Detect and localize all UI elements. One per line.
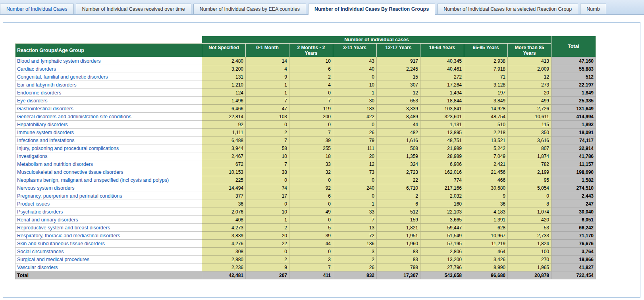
case-count-cell: 240 (333, 184, 377, 192)
case-count-cell: 1,951 (377, 232, 420, 240)
case-count-cell: 8,990 (464, 263, 508, 271)
reaction-group-label[interactable]: Congenital, familial and genetic disorde… (15, 73, 202, 81)
reaction-group-label[interactable]: Surgical and medical procedures (15, 256, 202, 263)
reaction-group-label[interactable]: Product issues (15, 200, 202, 208)
reaction-group-label[interactable]: Vascular disorders (15, 263, 202, 271)
case-count-cell: 464 (464, 248, 508, 256)
case-count-cell: 225 (202, 176, 246, 184)
case-count-cell: 6 (289, 65, 333, 73)
column-total-cell: 96,680 (464, 271, 508, 279)
case-count-cell: 10 (246, 152, 289, 160)
case-count-cell: 3,839 (202, 232, 246, 240)
reaction-group-label[interactable]: Eye disorders (15, 97, 202, 105)
case-count-cell: 350 (508, 129, 551, 137)
reaction-group-label[interactable]: Blood and lymphatic system disorders (15, 57, 202, 65)
row-total-cell: 1,892 (551, 121, 596, 129)
row-total-cell: 274,510 (551, 184, 596, 192)
case-count-cell: 0 (246, 200, 289, 208)
reaction-group-row: General disorders and administration sit… (15, 113, 596, 121)
reaction-group-label[interactable]: Gastrointestinal disorders (15, 105, 202, 113)
case-count-cell: 14,928 (464, 105, 508, 113)
case-count-cell: 12 (377, 89, 420, 97)
case-count-cell: 1,496 (202, 97, 246, 105)
case-count-cell: 1,874 (508, 152, 551, 160)
case-count-cell: 2,218 (464, 129, 508, 137)
row-dimension-header: Reaction Groups\Age Group (15, 44, 202, 57)
case-count-cell: 0 (508, 192, 551, 200)
case-count-cell: 1 (246, 81, 289, 89)
case-count-cell: 0 (246, 248, 289, 256)
case-count-cell: 30 (333, 97, 377, 105)
case-count-cell: 10,611 (508, 113, 551, 121)
case-count-cell: 3,665 (420, 216, 464, 224)
case-count-cell: 7 (246, 137, 289, 144)
case-count-cell: 14,494 (202, 184, 246, 192)
reaction-group-label[interactable]: Ear and labyrinth disorders (15, 81, 202, 89)
reaction-group-label[interactable]: General disorders and administration sit… (15, 113, 202, 121)
case-count-cell: 6,466 (202, 105, 246, 113)
case-count-cell: 48,751 (420, 137, 464, 144)
dashboard-tab-6[interactable]: Numb (580, 4, 606, 14)
reaction-group-label[interactable]: Musculoskeletal and connective tissue di… (15, 168, 202, 176)
case-count-cell: 0 (333, 121, 377, 129)
case-count-cell: 917 (377, 57, 420, 65)
case-count-cell: 40,461 (420, 65, 464, 73)
reaction-group-label[interactable]: Metabolism and nutrition disorders (15, 160, 202, 168)
age-column-header: 0-1 Month (246, 44, 289, 57)
case-count-cell: 672 (202, 160, 246, 168)
reaction-group-label[interactable]: Renal and urinary disorders (15, 216, 202, 224)
reaction-group-label[interactable]: Infections and infestations (15, 137, 202, 144)
case-count-cell: 21,456 (464, 168, 508, 176)
row-total-cell: 131,649 (551, 105, 596, 113)
reaction-group-label[interactable]: Pregnancy, puerperium and perinatal cond… (15, 192, 202, 200)
reaction-group-label[interactable]: Reproductive system and breast disorders (15, 224, 202, 232)
case-count-cell: 103 (246, 113, 289, 121)
case-count-cell: 83 (377, 248, 420, 256)
case-count-cell: 466 (464, 176, 508, 184)
reaction-group-label[interactable]: Social circumstances (15, 248, 202, 256)
case-count-cell: 4,183 (464, 208, 508, 216)
case-count-cell: 9 (246, 263, 289, 271)
dashboard-tab-bar: Number of Individual CasesNumber of Indi… (0, 0, 644, 15)
row-total-cell: 66,242 (551, 224, 596, 232)
row-total-cell: 47,160 (551, 57, 596, 65)
reaction-group-label[interactable]: Respiratory, thoracic and mediastinal di… (15, 232, 202, 240)
case-count-cell: 13,200 (420, 256, 464, 263)
reaction-group-label[interactable]: Psychiatric disorders (15, 208, 202, 216)
reaction-group-label[interactable]: Endocrine disorders (15, 89, 202, 97)
reaction-group-row: Cardiac disorders3,20046402,24540,4617,9… (15, 65, 596, 73)
dashboard-tab-2[interactable]: Number of Individual Cases received over… (76, 4, 191, 14)
reaction-group-label[interactable]: Skin and subcutaneous tissue disorders (15, 240, 202, 248)
reaction-group-label[interactable]: Nervous system disorders (15, 184, 202, 192)
case-count-cell: 4 (246, 65, 289, 73)
reaction-group-row: Nervous system disorders14,49474922406,7… (15, 184, 596, 192)
reaction-group-label[interactable]: Hepatobiliary disorders (15, 121, 202, 129)
dashboard-tab-1[interactable]: Number of Individual Cases (0, 4, 74, 14)
age-column-header: 65-85 Years (464, 44, 508, 57)
reaction-group-label[interactable]: Cardiac disorders (15, 65, 202, 73)
row-total-cell: 41,786 (551, 152, 596, 160)
dashboard-tab-4[interactable]: Number of Individual Cases By Reaction G… (308, 4, 435, 15)
case-count-cell: 12 (508, 73, 551, 81)
reaction-group-row: Hepatobiliary disorders92000441,13151011… (15, 121, 596, 129)
row-total-cell: 32,914 (551, 144, 596, 152)
case-count-cell: 12 (333, 160, 377, 168)
case-count-cell: 1 (246, 216, 289, 224)
row-total-cell: 3,764 (551, 248, 596, 256)
case-count-cell: 1 (246, 89, 289, 97)
case-count-cell: 44 (377, 121, 420, 129)
row-total-cell: 19,866 (551, 256, 596, 263)
reaction-group-label[interactable]: Injury, poisoning and procedural complic… (15, 144, 202, 152)
dashboard-tab-3[interactable]: Number of Individual Cases by EEA countr… (193, 4, 306, 14)
age-column-header: More than 85 Years (508, 44, 551, 57)
case-count-cell: 10 (289, 57, 333, 65)
reaction-group-label[interactable]: Neoplasms benign, malignant and unspecif… (15, 176, 202, 184)
reaction-group-row: Pregnancy, puerperium and perinatal cond… (15, 192, 596, 200)
case-count-cell: 4,276 (202, 240, 246, 248)
dashboard-tab-5[interactable]: Number of Individual Cases for a selecte… (437, 4, 578, 14)
case-count-cell: 5,054 (508, 184, 551, 192)
case-count-cell: 2 (333, 256, 377, 263)
reaction-group-label[interactable]: Investigations (15, 152, 202, 160)
case-count-cell: 13 (333, 224, 377, 232)
reaction-group-label[interactable]: Immune system disorders (15, 129, 202, 137)
